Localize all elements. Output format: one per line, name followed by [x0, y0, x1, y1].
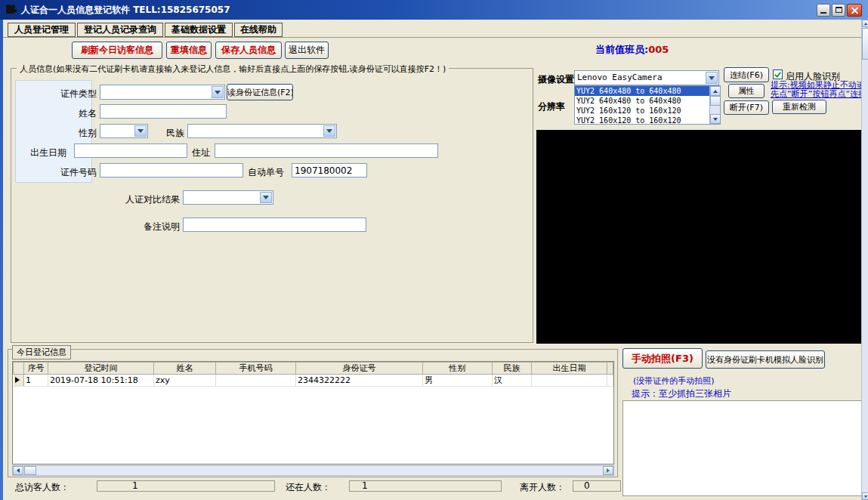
ethnic-select[interactable] [187, 124, 337, 138]
col-gender[interactable]: 性别 [423, 363, 493, 375]
cell-seq: 1 [24, 375, 48, 387]
maximize-button[interactable] [832, 4, 845, 17]
disconnect-button[interactable]: 断开(F7) [724, 100, 769, 115]
col-time[interactable]: 登记时间 [48, 363, 154, 375]
stats-bar: 总访客人数： 1 还在人数： 1 离开人数： 0 [8, 480, 618, 492]
horizontal-scrollbar[interactable] [12, 465, 614, 476]
captured-photos-area [622, 400, 863, 496]
col-name[interactable]: 姓名 [154, 363, 216, 375]
cell-filler [607, 375, 613, 387]
app-icon [5, 4, 17, 16]
col-filler [607, 363, 613, 375]
col-id-no[interactable]: 身份证号 [296, 363, 423, 375]
resolution-listbox[interactable]: YUY2 640x480 to 640x480 YUY2 640x480 to … [574, 85, 721, 125]
listbox-scrollbar[interactable] [709, 86, 720, 124]
today-records-group-title: 今日登记信息 [12, 345, 71, 360]
scroll-left-icon[interactable] [13, 466, 23, 475]
manual-photo-button[interactable]: 手动拍照(F3) [622, 348, 703, 369]
name-label: 姓名 [45, 107, 97, 120]
present-count-value: 1 [349, 480, 502, 492]
total-visitors-label: 总访客人数： [15, 481, 70, 494]
col-phone[interactable]: 手机号码 [216, 363, 296, 375]
col-seq[interactable]: 序号 [24, 363, 48, 375]
present-count-label: 还在人数： [286, 481, 331, 494]
tab-record-query[interactable]: 登记人员记录查询 [77, 23, 163, 37]
minimize-button[interactable] [817, 4, 830, 17]
cell-phone [216, 375, 296, 387]
cell-id-no: 2344322222 [296, 375, 423, 387]
chevron-down-icon [260, 192, 272, 203]
cert-no-input[interactable] [100, 163, 243, 177]
person-info-group-title: 人员信息(如果没有二代证刷卡机请直接输入来登记人信息，输好后直接点上面的保存按钮… [17, 63, 449, 75]
tab-basic-data[interactable]: 基础数据设置 [165, 23, 233, 37]
app-window: 人证合一人员信息登记软件 TELL:15825675057 人员登记管理 登记人… [0, 0, 868, 500]
resolution-option[interactable]: YUY2 640x480 to 640x480 [575, 96, 709, 106]
gender-select[interactable] [100, 124, 148, 138]
window-vertical-scrollbar[interactable] [861, 20, 868, 500]
table-header-row: 序号 登记时间 姓名 手机号码 身份证号 性别 民族 出生日期 [14, 363, 613, 375]
birth-date-input[interactable] [74, 144, 187, 158]
save-person-button[interactable]: 保存人员信息 [215, 42, 282, 59]
left-count-value: 0 [573, 480, 621, 492]
close-button[interactable] [847, 4, 862, 17]
col-ethnic[interactable]: 民族 [493, 363, 532, 375]
row-header-corner [14, 363, 24, 375]
cell-gender: 男 [423, 375, 493, 387]
cell-birth [532, 375, 607, 387]
remark-label: 备注说明 [130, 221, 180, 233]
capture-hint: 提示：至少抓拍三张相片 [632, 387, 731, 400]
gender-label: 性别 [45, 127, 97, 140]
scroll-down-icon[interactable] [710, 114, 721, 124]
cert-type-label: 证件类型 [45, 88, 97, 100]
resolution-option[interactable]: YUY2 160x120 to 160x120 [575, 116, 709, 125]
connect-button[interactable]: 连结(F6) [724, 67, 769, 82]
compare-result-select[interactable] [183, 190, 273, 205]
check-icon [774, 70, 781, 77]
scrollbar-thumb[interactable] [862, 28, 868, 60]
today-records-table[interactable]: 序号 登记时间 姓名 手机号码 身份证号 性别 民族 出生日期 1 2019-0… [13, 362, 613, 387]
video-hint-line2: 先点“断开”按钮再点“连接” [771, 88, 866, 100]
resolution-option[interactable]: YUY2 160x120 to 160x120 [575, 106, 709, 116]
camera-video-feed [536, 130, 861, 344]
col-birth[interactable]: 出生日期 [532, 363, 607, 375]
resolution-option[interactable]: YUY2 640x480 to 640x480 [575, 86, 709, 96]
scroll-up-icon[interactable] [710, 86, 721, 96]
address-input[interactable] [215, 144, 438, 158]
tab-personnel-registration[interactable]: 人员登记管理 [8, 23, 76, 37]
cell-name: zxy [154, 375, 216, 387]
redetect-button[interactable]: 重新检测 [772, 100, 826, 114]
camera-settings-label: 摄像设置 [538, 73, 574, 86]
remark-input[interactable] [183, 218, 366, 232]
scroll-right-icon[interactable] [603, 466, 613, 475]
simulate-face-recognition-button[interactable]: 没有身份证刷卡机模拟人脸识别 [706, 350, 825, 369]
total-visitors-value: 1 [97, 480, 275, 492]
cell-ethnic: 汉 [493, 375, 532, 387]
current-operator: 当前值班员:005 [595, 43, 669, 57]
address-label: 住址 [192, 147, 213, 159]
chevron-down-icon [323, 125, 335, 137]
scrollbar-thumb[interactable] [710, 96, 721, 106]
window-controls [815, 4, 862, 17]
scrollbar-thumb[interactable] [24, 466, 36, 475]
refill-info-button[interactable]: 重填信息 [166, 42, 212, 59]
name-input[interactable] [100, 104, 227, 119]
exit-button[interactable]: 退出软件 [285, 42, 329, 59]
camera-device-select[interactable]: Lenovo EasyCamera [574, 70, 719, 85]
maximize-icon [836, 7, 842, 13]
compare-result-label: 人证对比结果 [121, 193, 180, 206]
table-row[interactable]: 1 2019-07-18 10:51:18 zxy 2344322222 男 汉 [14, 375, 613, 387]
current-row-marker-icon [15, 377, 20, 383]
cert-type-select[interactable] [100, 85, 225, 100]
tab-online-help[interactable]: 在线帮助 [234, 23, 283, 37]
refresh-today-visitors-button[interactable]: 刷新今日访客信息 [72, 42, 162, 59]
auto-no-input[interactable] [292, 163, 367, 177]
properties-button[interactable]: 属性 [728, 84, 765, 98]
read-id-card-button[interactable]: 读身份证信息(F2) [227, 84, 293, 100]
chevron-down-icon [134, 125, 147, 137]
manual-photo-hint: (没带证件的手动拍照) [633, 375, 715, 387]
scroll-down-icon[interactable] [862, 492, 868, 500]
window-frame-left [0, 20, 3, 500]
minimize-icon [820, 12, 826, 14]
scroll-up-icon[interactable] [862, 20, 868, 27]
face-recognition-checkbox[interactable] [773, 69, 783, 79]
